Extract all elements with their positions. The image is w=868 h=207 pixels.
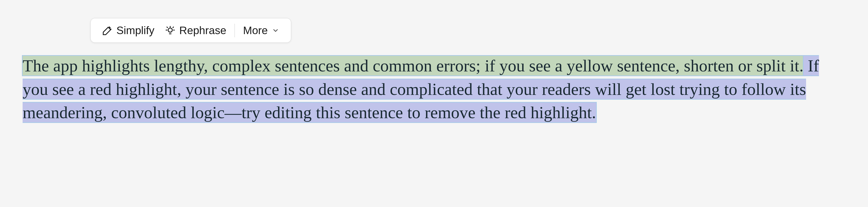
simplify-label: Simplify [116,24,154,37]
more-button[interactable]: More [238,22,284,38]
magic-wand-icon [102,26,112,35]
toolbar-divider [235,24,235,37]
highlighted-sentence-hard[interactable]: The app highlights lengthy, complex sent… [23,56,804,76]
editor-text[interactable]: The app highlights lengthy, complex sent… [23,54,845,124]
lightbulb-icon [165,26,175,35]
chevron-down-icon [272,27,279,34]
more-label: More [243,24,268,37]
svg-point-0 [168,28,172,32]
rewrite-toolbar: Simplify Rephrase More [90,18,291,43]
rephrase-label: Rephrase [179,24,226,37]
simplify-button[interactable]: Simplify [97,22,160,38]
rephrase-button[interactable]: Rephrase [160,22,232,38]
